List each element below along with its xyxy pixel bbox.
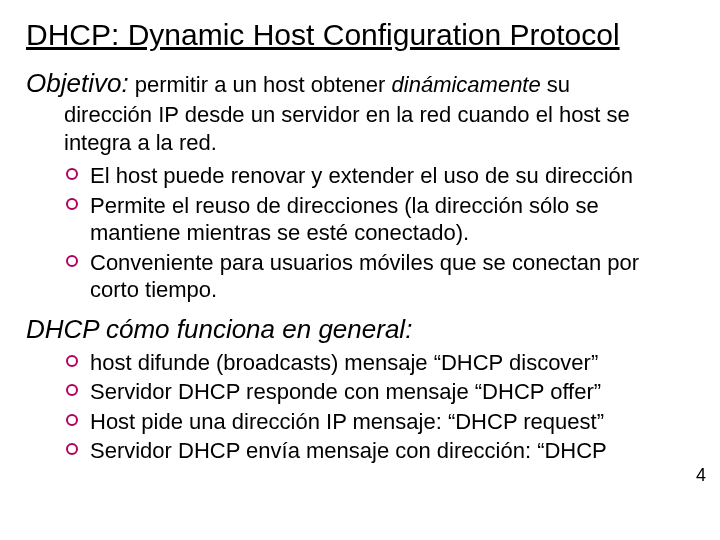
bullet-text: host difunde (broadcasts) mensaje “DHCP … [90, 350, 598, 375]
bullet-text: Host pide una dirección IP mensaje: “DHC… [90, 409, 604, 434]
slide: DHCP: Dynamic Host Configuration Protoco… [0, 0, 720, 465]
list-item: Servidor DHCP envía mensaje con direcció… [64, 437, 694, 465]
objective-lead-before: permitir a un host obtener [129, 72, 392, 97]
objective-lead: Objetivo: permitir a un host obtener din… [26, 67, 694, 100]
list-item: El host puede renovar y extender el uso … [64, 162, 694, 190]
list-item: host difunde (broadcasts) mensaje “DHCP … [64, 349, 694, 377]
list-item: Servidor DHCP responde con mensaje “DHCP… [64, 378, 694, 406]
objective-lead-after: su [541, 72, 570, 97]
bullet-text: Conveniente para usuarios móviles que se… [90, 250, 639, 303]
objective-lead-em: dinámicamente [392, 72, 541, 97]
objective-label: Objetivo: [26, 68, 129, 98]
how-bullets: host difunde (broadcasts) mensaje “DHCP … [64, 349, 694, 465]
page-number: 4 [696, 465, 706, 486]
list-item: Host pide una dirección IP mensaje: “DHC… [64, 408, 694, 436]
list-item: Permite el reuso de direcciones (la dire… [64, 192, 694, 247]
slide-title: DHCP: Dynamic Host Configuration Protoco… [26, 18, 694, 53]
bullet-text: Permite el reuso de direcciones (la dire… [90, 193, 599, 246]
bullet-text: Servidor DHCP responde con mensaje “DHCP… [90, 379, 601, 404]
bullet-text: Servidor DHCP envía mensaje con direcció… [90, 438, 607, 463]
list-item: Conveniente para usuarios móviles que se… [64, 249, 694, 304]
objective-bullets: El host puede renovar y extender el uso … [64, 162, 694, 304]
bullet-text: El host puede renovar y extender el uso … [90, 163, 633, 188]
objective-body: dirección IP desde un servidor en la red… [64, 101, 694, 156]
how-heading: DHCP cómo funciona en general: [26, 314, 694, 345]
